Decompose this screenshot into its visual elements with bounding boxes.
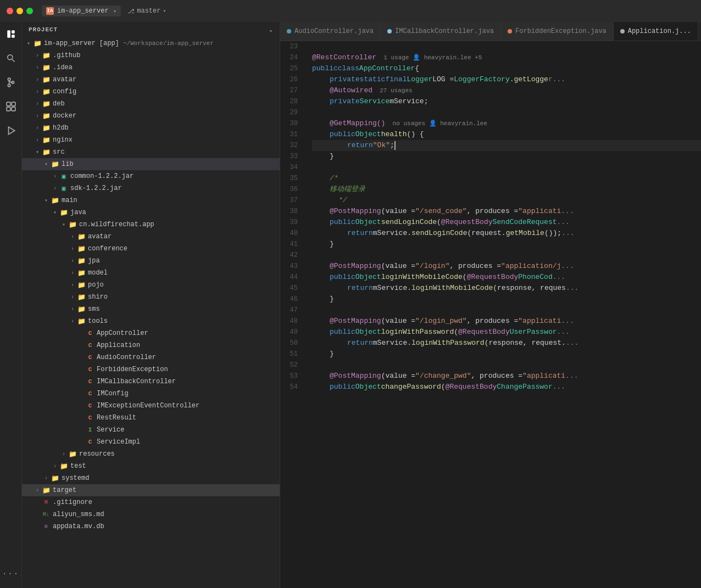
- explorer-icon[interactable]: [3, 26, 19, 42]
- tree-item-model[interactable]: 📁 model: [22, 267, 280, 279]
- svg-line-4: [12, 59, 15, 62]
- more-icon[interactable]: ···: [3, 566, 19, 581]
- tree-label-AppController: AppController: [97, 329, 148, 337]
- tree-item-pojo[interactable]: 📁 pojo: [22, 279, 280, 291]
- tree-item-java[interactable]: 📁 java: [22, 206, 280, 219]
- tree-item-IMCallbackController[interactable]: C IMCallbackController: [22, 376, 280, 388]
- tree-item-IMConfig[interactable]: C IMConfig: [22, 388, 280, 400]
- minimize-button[interactable]: [16, 8, 23, 14]
- tree-item-lib[interactable]: 📁 lib: [22, 158, 280, 170]
- sidebar-header: Project ⌄: [22, 22, 280, 37]
- tree-item-ServiceImpl[interactable]: C ServiceImpl: [22, 436, 280, 448]
- svg-rect-11: [7, 107, 10, 111]
- tree-item-src[interactable]: 📁 src: [22, 146, 280, 158]
- code-pm-produces-4: , produces =: [471, 371, 522, 382]
- tree-label-resources: resources: [79, 450, 115, 458]
- tree-arrow-RestResult: [77, 413, 86, 422]
- jar-icon-sdk: ▣: [59, 184, 68, 193]
- line-numbers: 23 24 25 26 27 28 29 30 31 32 33 34 35 3…: [280, 41, 308, 588]
- code-pm-produces-3: , produces =: [467, 316, 519, 327]
- folder-icon-docker: 📁: [42, 111, 51, 120]
- code-mservice: mService;: [390, 96, 428, 107]
- tab-IMCallbackController[interactable]: IMCallbackController.java: [381, 22, 501, 41]
- run-icon[interactable]: [3, 123, 19, 138]
- tree-item-conference[interactable]: 📁 conference: [22, 243, 280, 255]
- tree-item-nginx[interactable]: 📁 nginx: [22, 134, 280, 146]
- code-kw-class: class: [338, 63, 359, 74]
- tree-label-aliyun-sms: aliyun_sms.md: [53, 511, 104, 518]
- tree-label-shiro: shiro: [88, 293, 108, 301]
- tree-item-systemd[interactable]: 📁 systemd: [22, 472, 280, 484]
- tree-item-tools[interactable]: 📁 tools: [22, 315, 280, 327]
- extensions-icon[interactable]: [3, 99, 19, 114]
- tab-label-ForbiddenException: ForbiddenException.java: [515, 27, 607, 35]
- close-button[interactable]: [7, 8, 13, 14]
- code-pm-produces-2: , produces =: [449, 261, 501, 272]
- code-line-41: }: [312, 239, 701, 250]
- code-line-43: @PostMapping (value = "/login" , produce…: [312, 261, 701, 272]
- folder-icon-avatar: 📁: [42, 75, 51, 84]
- maximize-button[interactable]: [26, 8, 33, 14]
- tree-item-sms[interactable]: 📁 sms: [22, 303, 280, 315]
- code-kw-public5: public: [330, 272, 355, 283]
- code-cls-Service: Service: [360, 96, 390, 107]
- tree-label-AudioController: AudioController: [97, 354, 156, 361]
- tree-item-main[interactable]: 📁 main: [22, 194, 280, 206]
- ln-35: 35: [280, 173, 303, 184]
- tree-item-jpa[interactable]: 📁 jpa: [22, 255, 280, 267]
- tree-item-docker[interactable]: 📁 docker: [22, 110, 280, 122]
- ln-34: 34: [280, 162, 303, 173]
- tab-ForbiddenException[interactable]: ForbiddenException.java: [501, 22, 614, 41]
- tree-item-test[interactable]: 📁 test: [22, 460, 280, 472]
- code-dot: .: [510, 74, 514, 85]
- ln-46: 46: [280, 294, 303, 305]
- tree-item-resources[interactable]: 📁 resources: [22, 448, 280, 460]
- tree-item-ForbiddenException[interactable]: C ForbiddenException: [22, 363, 280, 376]
- branch-selector[interactable]: ⎇ master ▾: [127, 7, 166, 15]
- tree-item-config[interactable]: 📁 config: [22, 86, 280, 98]
- tree-item-common-jar[interactable]: ▣ common-1.2.2.jar: [22, 170, 280, 182]
- tree-item-RestResult[interactable]: C RestResult: [22, 412, 280, 424]
- tree-item-h2db[interactable]: 📁 h2db: [22, 122, 280, 134]
- tree-item-github[interactable]: 📁 .github: [22, 49, 280, 61]
- tree-item-avatar[interactable]: 📁 avatar: [22, 74, 280, 86]
- code-ann-reqbody-3: @RequestBody: [458, 327, 510, 338]
- tree-item-avatar2[interactable]: 📁 avatar: [22, 231, 280, 243]
- tree-label-config: config: [53, 88, 76, 96]
- tree-item-IMExceptionEventController[interactable]: C IMExceptionEventController: [22, 400, 280, 412]
- git-icon[interactable]: [3, 75, 19, 90]
- tree-item-cn[interactable]: 📁 cn.wildfirechat.app: [22, 219, 280, 231]
- sidebar-collapse-icon[interactable]: ⌄: [269, 26, 273, 33]
- code-cmt-end: */: [338, 195, 347, 206]
- ln-42: 42: [280, 250, 303, 261]
- tree-item-appdata[interactable]: ≡ appdata.mv.db: [22, 520, 280, 533]
- code-sp21: mService.: [373, 338, 411, 349]
- tree-item-shiro[interactable]: 📁 shiro: [22, 291, 280, 303]
- tree-item-aliyun-sms[interactable]: M↓ aliyun_sms.md: [22, 508, 280, 520]
- tree-item-sdk-jar[interactable]: ▣ sdk-1.2.2.jar: [22, 182, 280, 194]
- tree-item-deb[interactable]: 📁 deb: [22, 98, 280, 110]
- java-icon-IMExceptionEventController: C: [86, 401, 94, 410]
- tree-label-common-jar: common-1.2.2.jar: [70, 172, 133, 180]
- tree-item-root[interactable]: 📁 im-app_server [app] ~/Workspace/im-app…: [22, 37, 280, 49]
- tree-item-Application[interactable]: C Application: [22, 339, 280, 351]
- tree-item-AudioController[interactable]: C AudioController: [22, 351, 280, 363]
- tree-item-gitignore[interactable]: M .gitignore: [22, 496, 280, 508]
- code-cmt-start: /*: [330, 173, 338, 184]
- tab-bar: AudioController.java IMCallbackControlle…: [280, 22, 701, 41]
- tree-item-Service[interactable]: I Service: [22, 424, 280, 436]
- code-area[interactable]: @RestController 1 usage 👤 heavyrain.lee …: [308, 41, 701, 588]
- tree-item-AppController[interactable]: C AppController: [22, 327, 280, 339]
- ln-36: 36: [280, 184, 303, 195]
- code-cls-PhoneCode: PhoneCod: [518, 272, 552, 283]
- java-icon-Service: I: [86, 425, 94, 434]
- tab-Application[interactable]: Application.j...: [614, 22, 698, 41]
- ln-51: 51: [280, 349, 303, 360]
- code-pm-paren-2: (value =: [381, 261, 415, 272]
- tree-item-idea[interactable]: 📁 .idea: [22, 61, 280, 74]
- code-trunc-44: ...: [553, 272, 565, 283]
- tree-item-target[interactable]: 📁 target: [22, 484, 280, 496]
- tab-AudioController[interactable]: AudioController.java: [280, 22, 381, 41]
- project-selector[interactable]: IA im-app_server ▾: [42, 5, 121, 16]
- search-icon[interactable]: [3, 51, 19, 66]
